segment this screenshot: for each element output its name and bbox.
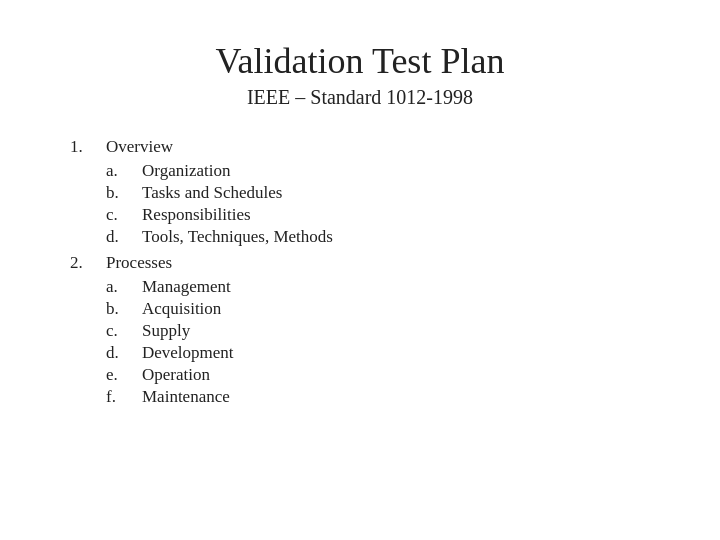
section-2: 2.Processes xyxy=(70,253,650,273)
section-title-1: Overview xyxy=(106,137,173,157)
sub-text-2-5: Operation xyxy=(142,365,210,385)
list-item: b.Tasks and Schedules xyxy=(106,183,650,203)
list-item: e.Operation xyxy=(106,365,650,385)
list-item: d.Tools, Techniques, Methods xyxy=(106,227,650,247)
sub-text-2-6: Maintenance xyxy=(142,387,230,407)
sub-letter-2-4: d. xyxy=(106,343,142,363)
sub-text-1-1: Organization xyxy=(142,161,230,181)
sub-letter-1-4: d. xyxy=(106,227,142,247)
section-number-2: 2. xyxy=(70,253,106,273)
list-item: f.Maintenance xyxy=(106,387,650,407)
sub-items-1: a.Organizationb.Tasks and Schedulesc.Res… xyxy=(106,161,650,247)
sub-text-2-1: Management xyxy=(142,277,231,297)
sub-text-1-4: Tools, Techniques, Methods xyxy=(142,227,333,247)
sub-letter-2-5: e. xyxy=(106,365,142,385)
list-item: a.Organization xyxy=(106,161,650,181)
sub-text-2-4: Development xyxy=(142,343,234,363)
section-title-2: Processes xyxy=(106,253,172,273)
sub-letter-1-1: a. xyxy=(106,161,142,181)
sub-items-2: a.Managementb.Acquisitionc.Supplyd.Devel… xyxy=(106,277,650,407)
list-item: d.Development xyxy=(106,343,650,363)
sub-letter-2-3: c. xyxy=(106,321,142,341)
page-subtitle: IEEE – Standard 1012-1998 xyxy=(247,86,473,109)
sub-letter-1-2: b. xyxy=(106,183,142,203)
sub-letter-2-6: f. xyxy=(106,387,142,407)
sub-text-1-2: Tasks and Schedules xyxy=(142,183,282,203)
list-item: c.Supply xyxy=(106,321,650,341)
sub-text-2-3: Supply xyxy=(142,321,190,341)
sub-letter-2-2: b. xyxy=(106,299,142,319)
section-number-1: 1. xyxy=(70,137,106,157)
list-item: b.Acquisition xyxy=(106,299,650,319)
page-title: Validation Test Plan xyxy=(216,40,505,82)
sub-letter-1-3: c. xyxy=(106,205,142,225)
sub-text-1-3: Responsibilities xyxy=(142,205,251,225)
section-1: 1.Overview xyxy=(70,137,650,157)
sub-letter-2-1: a. xyxy=(106,277,142,297)
list-item: a.Management xyxy=(106,277,650,297)
list-item: c.Responsibilities xyxy=(106,205,650,225)
sub-text-2-2: Acquisition xyxy=(142,299,221,319)
outline-content: 1.Overviewa.Organizationb.Tasks and Sche… xyxy=(70,137,650,413)
